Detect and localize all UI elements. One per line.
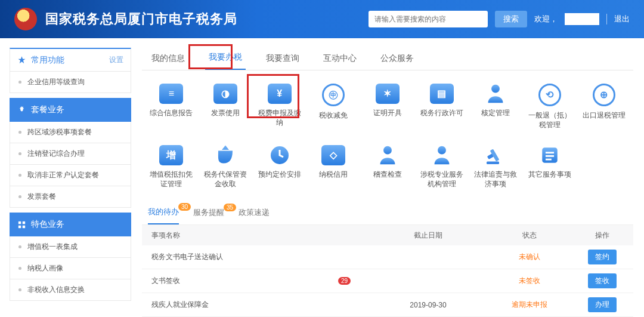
service-8[interactable]: ⊕出口退税管理 xyxy=(577,84,631,130)
service-2[interactable]: ¥税费申报及缴纳 xyxy=(252,84,306,130)
service-icon: ▤ xyxy=(430,84,454,104)
table-row: 文书签收29未签收签收 xyxy=(142,269,633,293)
service2-2[interactable]: 预约定价安排 xyxy=(252,145,306,189)
service-label: 纳税信用 xyxy=(319,170,348,188)
service-0[interactable]: ≡综合信息报告 xyxy=(144,84,199,130)
sidebar-group-label: 常用功能 xyxy=(31,55,64,66)
tab-public-service[interactable]: 公众服务 xyxy=(377,53,417,70)
sub-tabs: 我的待办 30 服务提醒 35 政策速递 xyxy=(142,202,633,225)
service-icon: ⊕ xyxy=(593,84,615,106)
sidebar-item-nontax-exchange[interactable]: 非税收入信息交换 xyxy=(10,279,131,301)
site-title: 国家税务总局厦门市电子税务局 xyxy=(45,10,237,28)
col-status: 状态 xyxy=(488,230,571,241)
col-name: 事项名称 xyxy=(142,230,369,241)
service-4[interactable]: ✶证明开具 xyxy=(361,84,415,130)
row-action-button[interactable]: 办理 xyxy=(588,297,617,312)
service2-6[interactable]: 法律追责与救济事项 xyxy=(469,145,523,189)
sidebar-group-package: 套餐业务 xyxy=(10,98,131,122)
service-5[interactable]: ▤税务行政许可 xyxy=(414,84,469,130)
cell-due: 2019-09-30 xyxy=(369,301,488,309)
tab-i-want-tax[interactable]: 我要办税 xyxy=(205,52,246,70)
main-tabs: 我的信息 我要办税 我要查询 互动中心 公众服务 xyxy=(142,48,633,70)
col-op: 操作 xyxy=(571,230,633,241)
svg-rect-4 xyxy=(23,225,25,227)
cell-status: 逾期未申报 xyxy=(488,300,571,310)
sub-tab-service-alert[interactable]: 服务提醒 35 xyxy=(193,207,224,224)
sidebar-group-common: 常用功能 设置 xyxy=(10,48,131,72)
table-row: 税务文书电子送达确认未确认签约 xyxy=(142,245,633,269)
service2-0[interactable]: 增增值税抵扣凭证管理 xyxy=(144,145,199,189)
gavel-icon xyxy=(484,145,507,165)
sidebar-item-vat-onetable[interactable]: 增值税一表集成 xyxy=(10,236,131,258)
service-label: 税费申报及缴纳 xyxy=(255,109,304,127)
sidebar-item-invoice-package[interactable]: 发票套餐 xyxy=(10,186,131,208)
sidebar-item-deregister[interactable]: 注销登记综合办理 xyxy=(10,143,131,165)
row-action-button[interactable]: 签收 xyxy=(588,273,617,288)
cell-op: 办理 xyxy=(571,297,633,312)
cell-op: 签收 xyxy=(571,273,633,288)
cell-status: 未确认 xyxy=(488,252,571,262)
svg-rect-14 xyxy=(546,155,554,157)
sidebar-item-credit-level[interactable]: 企业信用等级查询 xyxy=(10,72,131,93)
sidebar-group-label: 套餐业务 xyxy=(31,104,64,115)
service-label: 发票使用 xyxy=(211,109,240,127)
service-label: 稽查检查 xyxy=(373,170,402,188)
national-tax-emblem-icon xyxy=(14,8,37,30)
service-icon: ¥ xyxy=(268,84,292,104)
cell-op: 签约 xyxy=(571,250,633,264)
sidebar-item-cancel-abnormal[interactable]: 取消非正常户认定套餐 xyxy=(10,165,131,186)
svg-rect-11 xyxy=(487,162,499,165)
row-action-button[interactable]: 签约 xyxy=(588,250,617,264)
svg-rect-1 xyxy=(18,221,21,223)
service2-7[interactable]: 其它服务事项 xyxy=(523,145,577,189)
service-7[interactable]: ⟲一般退（抵）税管理 xyxy=(523,84,577,130)
service-icon: ✶ xyxy=(376,84,400,104)
table-body: 税务文书电子送达确认未确认签约文书签收29未签收签收残疾人就业保障金2019-0… xyxy=(142,245,633,317)
table-row: 残疾人就业保障金2019-09-30逾期未申报办理 xyxy=(142,293,633,317)
main-area: 我的信息 我要办税 我要查询 互动中心 公众服务 ≡综合信息报告◑发票使用¥税费… xyxy=(142,48,633,317)
search-input[interactable] xyxy=(369,11,488,27)
sidebar-settings-link[interactable]: 设置 xyxy=(109,55,123,65)
logout-link[interactable]: 退出 xyxy=(614,14,630,24)
service-3[interactable]: ㊥税收减免 xyxy=(306,84,361,130)
sub-tab-policy[interactable]: 政策速递 xyxy=(239,207,270,224)
app-header: 国家税务总局厦门市电子税务局 搜索 欢迎， 退出 xyxy=(0,0,644,38)
sidebar-item-cross-region[interactable]: 跨区域涉税事项套餐 xyxy=(10,122,131,143)
service-label: 综合信息报告 xyxy=(150,109,193,127)
svg-rect-2 xyxy=(23,221,25,223)
tab-interaction[interactable]: 互动中心 xyxy=(320,53,360,70)
service2-5[interactable]: 涉税专业服务机构管理 xyxy=(414,145,469,189)
row-badge: 29 xyxy=(338,277,351,285)
star-icon xyxy=(17,56,26,64)
service-1[interactable]: ◑发票使用 xyxy=(199,84,253,130)
sidebar-group-special: 特色业务 xyxy=(10,213,131,236)
search-button[interactable]: 搜索 xyxy=(495,11,527,27)
service-label: 税务行政许可 xyxy=(420,109,463,127)
cell-status: 未签收 xyxy=(488,276,571,286)
svg-point-8 xyxy=(438,146,446,155)
person-icon xyxy=(430,145,454,165)
service-6[interactable]: 核定管理 xyxy=(469,84,523,130)
service-label: 预约定价安排 xyxy=(258,170,301,188)
sidebar: 常用功能 设置 企业信用等级查询 套餐业务 跨区域涉税事项套餐 注销登记综合办理… xyxy=(10,48,131,317)
grid-icon xyxy=(17,220,26,229)
sidebar-item-taxpayer-portrait[interactable]: 纳税人画像 xyxy=(10,258,131,279)
header-right: 搜索 欢迎， 退出 xyxy=(369,11,630,27)
service-label: 税务代保管资金收取 xyxy=(201,170,250,189)
service-label: 涉税专业服务机构管理 xyxy=(417,170,466,189)
tab-my-info[interactable]: 我的信息 xyxy=(148,53,188,70)
svg-rect-15 xyxy=(546,159,552,161)
service2-3[interactable]: ◇纳税信用 xyxy=(306,145,361,189)
service-icon: ㊥ xyxy=(322,84,345,106)
sub-tab-todo[interactable]: 我的待办 30 xyxy=(148,207,179,224)
service2-4[interactable]: 稽查检查 xyxy=(361,145,415,189)
sidebar-group-label: 特色业务 xyxy=(31,219,64,230)
service-label: 核定管理 xyxy=(481,109,510,127)
badge-count: 35 xyxy=(224,204,236,211)
tab-i-want-query[interactable]: 我要查询 xyxy=(262,53,303,70)
service-icon-grid: ≡综合信息报告◑发票使用¥税费申报及缴纳㊥税收减免✶证明开具▤税务行政许可核定管… xyxy=(142,70,633,202)
service-label: 税收减免 xyxy=(319,111,348,129)
service-label: 证明开具 xyxy=(373,109,402,127)
service2-1[interactable]: 税务代保管资金收取 xyxy=(199,145,253,189)
list-icon xyxy=(538,145,562,165)
